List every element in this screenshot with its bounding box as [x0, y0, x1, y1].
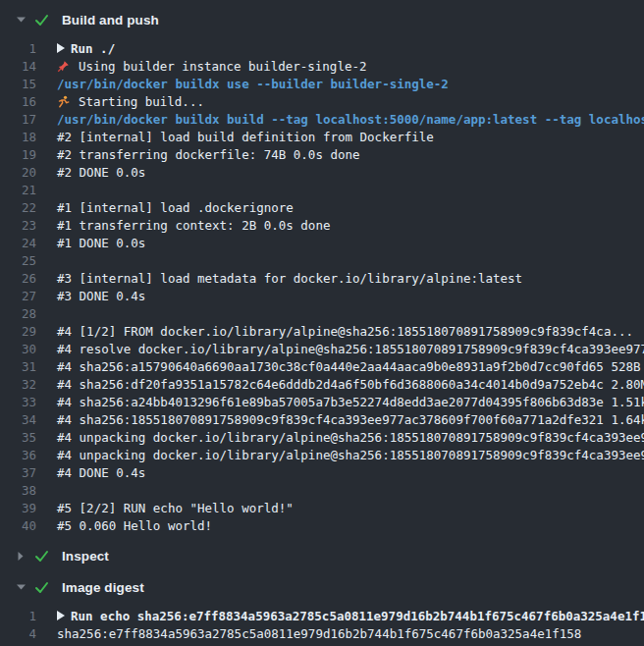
line-number[interactable]: 1: [0, 609, 36, 623]
line-number[interactable]: 17: [0, 112, 36, 127]
line-number[interactable]: 21: [0, 183, 36, 197]
line-number[interactable]: 39: [0, 501, 36, 515]
line-number[interactable]: 31: [0, 359, 36, 374]
log-line[interactable]: 1Run ./: [0, 39, 644, 57]
line-number[interactable]: 18: [0, 130, 36, 144]
line-number[interactable]: 33: [0, 395, 36, 409]
log-line-content: #3 DONE 0.4s: [57, 289, 145, 303]
log-text: Run echo sha256:e7ff8834a5963a2785c5a081…: [71, 609, 644, 623]
section-log-lines: 1Run echo sha256:e7ff8834a5963a2785c5a08…: [0, 601, 644, 646]
log-text: #4 unpacking docker.io/library/alpine@sh…: [57, 430, 644, 445]
line-number[interactable]: 22: [0, 200, 36, 215]
log-line[interactable]: 17/usr/bin/docker buildx build --tag loc…: [0, 110, 644, 128]
line-number[interactable]: 23: [0, 218, 36, 233]
line-number[interactable]: 25: [0, 253, 36, 268]
log-line[interactable]: 20#2 DONE 0.0s: [0, 163, 644, 181]
chevron-right-icon[interactable]: [16, 552, 26, 561]
log-line[interactable]: 39#5 [2/2] RUN echo "Hello world!": [0, 499, 644, 516]
log-text: #2 DONE 0.0s: [57, 165, 145, 180]
log-line-content: #4 sha256:df20fa9351a15782c64e6dddb2d4a6…: [57, 377, 644, 392]
log-line[interactable]: 15/usr/bin/docker buildx use --builder b…: [0, 75, 644, 92]
log-line[interactable]: 16Starting build...: [0, 92, 644, 110]
log-line[interactable]: 35#4 unpacking docker.io/library/alpine@…: [0, 428, 644, 446]
section-header-inspect[interactable]: Inspect: [0, 542, 644, 569]
log-text: #5 0.060 Hello world!: [57, 518, 212, 533]
log-line[interactable]: 27#3 DONE 0.4s: [0, 287, 644, 304]
log-line-content: #5 0.060 Hello world!: [57, 518, 212, 533]
log-text: #1 DONE 0.0s: [57, 236, 145, 250]
log-line-content: #4 [1/2] FROM docker.io/library/alpine@s…: [57, 324, 633, 339]
line-number[interactable]: 14: [0, 59, 36, 74]
line-number[interactable]: 20: [0, 165, 36, 180]
chevron-down-icon[interactable]: [16, 584, 26, 590]
log-line[interactable]: 36#4 unpacking docker.io/library/alpine@…: [0, 446, 644, 463]
log-line-content: #2 [internal] load build definition from…: [57, 130, 434, 144]
line-number[interactable]: 27: [0, 289, 36, 303]
line-number[interactable]: 30: [0, 342, 36, 356]
log-line-content: #4 resolve docker.io/library/alpine@sha2…: [57, 342, 644, 356]
log-line[interactable]: 40#5 0.060 Hello world!: [0, 516, 644, 534]
log-line-content: /usr/bin/docker buildx build --tag local…: [57, 112, 644, 127]
line-number[interactable]: 19: [0, 147, 36, 162]
log-section-image-digest: Image digest1Run echo sha256:e7ff8834a59…: [0, 573, 644, 646]
log-line[interactable]: 21: [0, 181, 644, 198]
log-line[interactable]: 4sha256:e7ff8834a5963a2785c5a0811e979d16…: [0, 624, 644, 642]
log-line[interactable]: 30#4 resolve docker.io/library/alpine@sh…: [0, 340, 644, 357]
section-title: Build and push: [62, 13, 159, 27]
log-line[interactable]: 38: [0, 481, 644, 499]
log-text: Run ./: [71, 41, 115, 56]
line-number[interactable]: 38: [0, 483, 36, 498]
log-text: #5 [2/2] RUN echo "Hello world!": [57, 501, 294, 515]
log-line[interactable]: 24#1 DONE 0.0s: [0, 234, 644, 251]
section-header-image-digest[interactable]: Image digest: [0, 573, 644, 601]
line-number[interactable]: 26: [0, 271, 36, 286]
success-check-icon: [34, 581, 49, 594]
log-line-content: Run echo sha256:e7ff8834a5963a2785c5a081…: [57, 609, 644, 623]
log-line[interactable]: 1Run echo sha256:e7ff8834a5963a2785c5a08…: [0, 607, 644, 624]
line-number[interactable]: 16: [0, 94, 36, 109]
line-number[interactable]: 24: [0, 236, 36, 250]
log-line[interactable]: 25: [0, 251, 644, 269]
line-number[interactable]: 37: [0, 465, 36, 480]
log-line[interactable]: 28: [0, 304, 644, 322]
log-line[interactable]: 29#4 [1/2] FROM docker.io/library/alpine…: [0, 322, 644, 340]
line-number[interactable]: 34: [0, 412, 36, 427]
log-text: #4 resolve docker.io/library/alpine@sha2…: [57, 342, 644, 356]
log-line[interactable]: 14Using builder instance builder-single-…: [0, 57, 644, 75]
log-text: /usr/bin/docker buildx use --builder bui…: [57, 77, 449, 91]
log-line[interactable]: 26#3 [internal] load metadata for docker…: [0, 269, 644, 287]
log-line[interactable]: 31#4 sha256:a15790640a6690aa1730c38cf0a4…: [0, 357, 644, 375]
chevron-down-icon[interactable]: [16, 17, 26, 23]
line-number[interactable]: 32: [0, 377, 36, 392]
line-number[interactable]: 4: [0, 626, 36, 641]
line-number[interactable]: 29: [0, 324, 36, 339]
log-text: #1 transferring context: 2B 0.0s done: [57, 218, 330, 233]
pushpin-icon: [57, 60, 70, 73]
log-line[interactable]: 23#1 transferring context: 2B 0.0s done: [0, 216, 644, 234]
log-text: #2 transferring dockerfile: 74B 0.0s don…: [57, 147, 360, 162]
log-line[interactable]: 19#2 transferring dockerfile: 74B 0.0s d…: [0, 145, 644, 163]
log-line[interactable]: 32#4 sha256:df20fa9351a15782c64e6dddb2d4…: [0, 375, 644, 393]
log-text: #3 [internal] load metadata for docker.i…: [57, 271, 522, 286]
log-line[interactable]: 22#1 [internal] load .dockerignore: [0, 198, 644, 216]
log-line-content: #4 sha256:a24bb4013296f61e89ba57005a7b3e…: [57, 395, 644, 409]
log-line-content: #4 unpacking docker.io/library/alpine@sh…: [57, 448, 644, 462]
log-line[interactable]: 34#4 sha256:185518070891758909c9f839cf4c…: [0, 410, 644, 428]
log-text: #4 DONE 0.4s: [57, 465, 145, 480]
log-line[interactable]: 37#4 DONE 0.4s: [0, 463, 644, 481]
line-number[interactable]: 40: [0, 518, 36, 533]
section-header-build-and-push[interactable]: Build and push: [0, 6, 644, 33]
line-number[interactable]: 35: [0, 430, 36, 445]
log-line[interactable]: 33#4 sha256:a24bb4013296f61e89ba57005a7b…: [0, 393, 644, 410]
section-title: Inspect: [62, 549, 109, 564]
log-text: /usr/bin/docker buildx build --tag local…: [57, 112, 644, 127]
line-number[interactable]: 36: [0, 448, 36, 462]
log-text: #3 DONE 0.4s: [57, 289, 145, 303]
log-text: #2 [internal] load build definition from…: [57, 130, 434, 144]
log-line-content: Using builder instance builder-single-2: [57, 59, 367, 74]
runner-icon: [57, 95, 70, 108]
line-number[interactable]: 1: [0, 41, 36, 56]
line-number[interactable]: 28: [0, 306, 36, 321]
log-line[interactable]: 18#2 [internal] load build definition fr…: [0, 128, 644, 145]
line-number[interactable]: 15: [0, 77, 36, 91]
